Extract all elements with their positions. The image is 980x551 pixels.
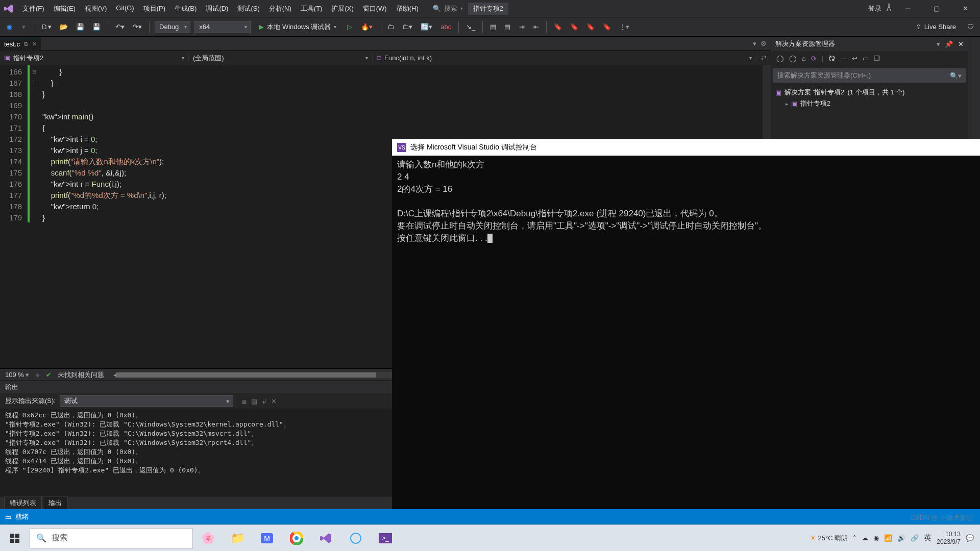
output-source-dropdown[interactable]: 调试 xyxy=(60,395,233,407)
taskbar-app-chrome[interactable] xyxy=(282,525,311,551)
overflow-button[interactable]: abc xyxy=(438,21,453,33)
admin-icon[interactable]: 🛡 xyxy=(965,21,976,33)
login-link[interactable]: 登录 xyxy=(868,4,881,13)
tray-notifications-icon[interactable]: 💬 xyxy=(966,534,974,542)
scope-project-dropdown[interactable]: ▣ 指针专项2 xyxy=(0,54,189,63)
refresh-icon[interactable]: 🗘 xyxy=(828,55,835,62)
nav-back-icon[interactable]: ◯ xyxy=(776,55,784,62)
taskbar-app-circle[interactable] xyxy=(341,525,371,551)
menu-help[interactable]: 帮助(H) xyxy=(392,2,423,15)
bookmark4-button[interactable]: 🔖 xyxy=(601,21,613,33)
swap-button[interactable]: ⇄ xyxy=(756,54,771,62)
tray-link-icon[interactable]: 🔗 xyxy=(911,534,919,542)
health-icon[interactable]: ⟐ xyxy=(36,371,40,379)
bookmark-button[interactable]: 🔖 xyxy=(552,21,564,33)
solution-tree[interactable]: ▣ 解决方案 '指针专项2' (1 个项目，共 1 个) ▸ ▣ 指针专项2 xyxy=(771,85,968,111)
nav-button[interactable]: 🗀▾ xyxy=(400,21,414,33)
menu-file[interactable]: 文件(F) xyxy=(18,2,48,15)
tray-disc-icon[interactable]: ◉ xyxy=(873,534,879,542)
panel-pin-icon[interactable]: 📌 xyxy=(945,40,953,48)
sync-icon[interactable]: ⟳ xyxy=(811,55,817,62)
open-file-button[interactable]: 📂 xyxy=(58,21,70,33)
redo-button[interactable]: ↷▾ xyxy=(131,21,144,33)
solution-search[interactable]: 搜索解决方案资源管理器(Ctrl+;) 🔍▾ xyxy=(773,68,966,83)
menu-project[interactable]: 项目(P) xyxy=(139,2,169,15)
uncomment-button[interactable]: ▤ xyxy=(502,21,512,33)
taskbar-app-terminal[interactable]: >_ xyxy=(371,525,400,551)
menu-git[interactable]: Git(G) xyxy=(112,2,138,15)
tray-chevron-icon[interactable]: ˄ xyxy=(853,534,856,542)
new-project-button[interactable]: 🗋▾ xyxy=(39,21,54,33)
active-project-pill[interactable]: 指针专项2 xyxy=(468,3,508,15)
properties-icon[interactable]: ▭ xyxy=(863,55,869,62)
tray-volume-icon[interactable]: 🔊 xyxy=(897,534,905,542)
output-toggle-button[interactable]: ▤ xyxy=(251,397,257,405)
menu-tools[interactable]: 工具(T) xyxy=(297,2,327,15)
close-icon[interactable]: ✕ xyxy=(32,41,37,47)
undo-button[interactable]: ↶▾ xyxy=(113,21,127,33)
debug-console-window[interactable]: VS 选择 Microsoft Visual Studio 调试控制台 请输入数… xyxy=(392,139,980,509)
save-all-button[interactable]: 💾 xyxy=(90,21,103,33)
start-debugging-button[interactable]: ▶ 本地 Windows 调试器 ▾ xyxy=(255,21,340,33)
menu-window[interactable]: 窗口(W) xyxy=(359,2,391,15)
window-maximize-button[interactable]: ▢ xyxy=(925,1,948,16)
console-titlebar[interactable]: VS 选择 Microsoft Visual Studio 调试控制台 xyxy=(392,139,980,156)
output-clear-button[interactable]: ≣ xyxy=(241,397,247,405)
overflow-icon[interactable]: ⋮▾ xyxy=(617,21,631,33)
menu-test[interactable]: 测试(S) xyxy=(233,2,263,15)
nav-back-button[interactable]: ◉ xyxy=(4,21,14,33)
tray-ime[interactable]: 英 xyxy=(924,533,932,543)
tray-clock[interactable]: 10:13 2023/9/7 xyxy=(937,531,961,546)
pin-icon[interactable]: ⧉ xyxy=(24,41,28,47)
menu-extensions[interactable]: 扩展(X) xyxy=(327,2,357,15)
menu-edit[interactable]: 编辑(E) xyxy=(50,2,80,15)
home-icon[interactable]: ⌂ xyxy=(802,55,806,62)
outdent-button[interactable]: ⇤ xyxy=(531,21,541,33)
menu-build[interactable]: 生成(B) xyxy=(170,2,201,15)
user-icon[interactable]: ᐰ xyxy=(887,5,891,12)
zoom-dropdown[interactable]: 109 % xyxy=(5,371,30,379)
project-node[interactable]: ▸ ▣ 指针专项2 xyxy=(775,98,964,109)
window-minimize-button[interactable]: ─ xyxy=(896,1,920,16)
window-close-button[interactable]: ✕ xyxy=(953,1,977,16)
nav-fwd-icon[interactable]: ◯ xyxy=(789,55,797,62)
solution-root-node[interactable]: ▣ 解决方案 '指针专项2' (1 个项目，共 1 个) xyxy=(775,87,964,98)
start-without-debug-button[interactable]: ▷ xyxy=(345,21,355,33)
taskbar-app-visualstudio[interactable] xyxy=(311,525,341,551)
weather-widget[interactable]: ☀ 25°C 晴朗 xyxy=(810,534,848,543)
panel-dropdown-icon[interactable]: ▾ xyxy=(937,40,940,48)
menu-view[interactable]: 视图(V) xyxy=(81,2,111,15)
tab-error-list[interactable]: 错误列表 xyxy=(4,496,42,509)
save-button[interactable]: 💾 xyxy=(74,21,86,33)
console-output[interactable]: 请输入数n和他的k次方 2 4 2的4次方 = 16 D:\C上课编程\指针专项… xyxy=(392,156,980,247)
collapse-icon[interactable]: — xyxy=(840,55,847,62)
hot-reload-button[interactable]: 🔥▾ xyxy=(359,21,375,33)
tray-wifi-icon[interactable]: 📶 xyxy=(884,534,892,542)
menu-analyze[interactable]: 分析(N) xyxy=(265,2,296,15)
scope-function-dropdown[interactable]: ⧉ Func(int n, int k) xyxy=(373,54,756,62)
title-search[interactable]: 🔍 搜索 ▾ xyxy=(433,4,463,13)
output-clear2-button[interactable]: ✕ xyxy=(271,397,277,405)
showall-icon[interactable]: ↩ xyxy=(852,55,857,62)
taskbar-app-explorer[interactable]: 📁 xyxy=(223,525,252,551)
tab-output[interactable]: 输出 xyxy=(43,496,67,509)
solution-config-dropdown[interactable]: Debug xyxy=(155,21,190,33)
scope-global-dropdown[interactable]: (全局范围) xyxy=(189,54,373,63)
comment-button[interactable]: ▤ xyxy=(488,21,498,33)
bookmark3-button[interactable]: 🔖 xyxy=(584,21,597,33)
live-share-button[interactable]: ⇪ Live Share xyxy=(911,23,961,31)
browse-button[interactable]: 🗀 xyxy=(385,21,396,33)
taskbar-app-m[interactable]: M xyxy=(252,525,282,551)
solution-platform-dropdown[interactable]: x64 xyxy=(194,21,251,33)
tray-onedrive-icon[interactable]: ☁ xyxy=(862,534,868,542)
file-tab-test-c[interactable]: test.c ⧉ ✕ xyxy=(0,37,41,51)
output-wrap-button[interactable]: ↲ xyxy=(261,397,267,405)
step-button[interactable]: ↘_ xyxy=(464,21,477,33)
indent-button[interactable]: ⇥ xyxy=(517,21,527,33)
chevron-right-icon[interactable]: ▸ xyxy=(786,101,788,107)
bookmark2-button[interactable]: 🔖 xyxy=(568,21,580,33)
tab-settings-icon[interactable]: ⚙ xyxy=(761,40,767,47)
copy-icon[interactable]: ❐ xyxy=(874,55,880,62)
output-icon[interactable]: ▭ xyxy=(5,513,11,521)
tab-dropdown-icon[interactable]: ▾ xyxy=(753,40,756,47)
